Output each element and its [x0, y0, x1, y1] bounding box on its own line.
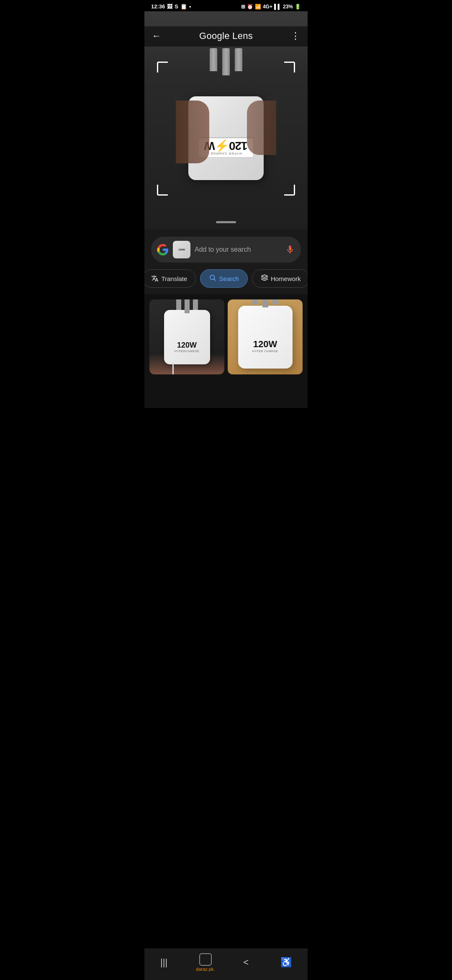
search-placeholder[interactable]: Add to your search: [195, 246, 281, 253]
watt-r2: 120W: [252, 339, 278, 350]
search-thumbnail: 120W: [173, 241, 190, 258]
charger-prongs: [205, 48, 247, 73]
homework-label: Homework: [271, 275, 301, 282]
lightning-icon: ⚡: [215, 139, 229, 152]
mic-icon[interactable]: [285, 245, 295, 255]
hand-right: [247, 101, 276, 155]
action-buttons: Translate Search Homework: [151, 269, 301, 288]
result-image-2: 120W HYPER CHARGE: [228, 299, 303, 374]
network-label: 4G+: [263, 4, 272, 10]
results-grid: 120W HYPERCHARGE: [149, 299, 303, 374]
charger-result-1: 120W HYPERCHARGE: [164, 310, 210, 364]
signal-icon: ▌▌: [274, 4, 281, 10]
prong-r1-1: [176, 299, 181, 310]
google-logo: [157, 244, 169, 255]
wifi-icon: 📶: [255, 4, 261, 10]
result-card-2[interactable]: 120W HYPER CHARGE: [228, 299, 303, 374]
screen-icon: ⊞: [241, 4, 245, 10]
search-bar[interactable]: 120W Add to your search: [151, 237, 301, 263]
prongs-result-1: [176, 299, 198, 313]
hyper-r2: HYPER CHARGE: [252, 350, 278, 353]
alarm-icon: ⏰: [247, 4, 253, 10]
clipboard-icon: 📋: [180, 3, 187, 10]
bottom-panel: 120W Add to your search Transla: [144, 229, 308, 294]
bottom-spacer: [149, 374, 303, 408]
top-navigation: ← Google Lens ⋮: [144, 26, 308, 46]
time: 12:36: [151, 3, 165, 10]
dot-indicator: •: [189, 3, 191, 10]
results-section: 120W HYPERCHARGE: [144, 294, 308, 408]
back-button[interactable]: ←: [152, 31, 161, 41]
prong-right: [235, 48, 242, 71]
translate-label: Translate: [161, 275, 187, 282]
prong-r2-1: [252, 299, 258, 304]
camera-view: ← Google Lens ⋮ HYPER CHARGE 120⚡W: [144, 11, 308, 229]
translate-icon: [151, 275, 159, 282]
battery-label: 23%: [283, 4, 293, 10]
label-result-2: 120W HYPER CHARGE: [252, 339, 278, 353]
page-title: Google Lens: [199, 31, 253, 41]
result-card-1[interactable]: 120W HYPERCHARGE: [149, 299, 224, 374]
drag-handle[interactable]: [216, 221, 236, 223]
battery-icon: 🔋: [295, 4, 301, 10]
prong-r2-3: [272, 299, 278, 304]
homework-icon: [261, 274, 268, 283]
result-image-1: 120W HYPERCHARGE: [149, 299, 224, 374]
watt-r1: 120W: [175, 341, 200, 350]
search-button[interactable]: Search: [200, 269, 248, 288]
prong-left: [210, 48, 217, 71]
charger-image: HYPER CHARGE 120⚡W: [180, 71, 272, 180]
prong-r1-3: [193, 299, 198, 310]
search-label: Search: [219, 275, 239, 282]
homework-button[interactable]: Homework: [252, 269, 308, 288]
translate-button[interactable]: Translate: [144, 269, 196, 288]
prong-r1-2: [185, 299, 190, 313]
cable-r1: [172, 362, 174, 375]
skype-icon: S: [175, 3, 178, 10]
prongs-result-2: [252, 299, 278, 307]
status-bar: 12:36 🖼 S 📋 • ⊞ ⏰ 📶 4G+ ▌▌ 23% 🔋: [144, 0, 308, 11]
status-left: 12:36 🖼 S 📋 •: [151, 3, 191, 10]
prong-center: [222, 48, 230, 75]
search-icon: [209, 274, 216, 283]
photo-icon: 🖼: [167, 3, 172, 10]
thumbnail-label: 120W: [178, 248, 185, 251]
status-right: ⊞ ⏰ 📶 4G+ ▌▌ 23% 🔋: [241, 4, 301, 10]
charger-result-2: 120W HYPER CHARGE: [238, 306, 293, 369]
watt-text: 120⚡W: [202, 140, 250, 152]
hand-left: [176, 101, 209, 163]
menu-button[interactable]: ⋮: [291, 31, 300, 41]
hyper-r1: HYPERCHARGE: [175, 350, 200, 353]
prong-r2-2: [262, 299, 268, 307]
label-result-1: 120W HYPERCHARGE: [175, 341, 200, 353]
